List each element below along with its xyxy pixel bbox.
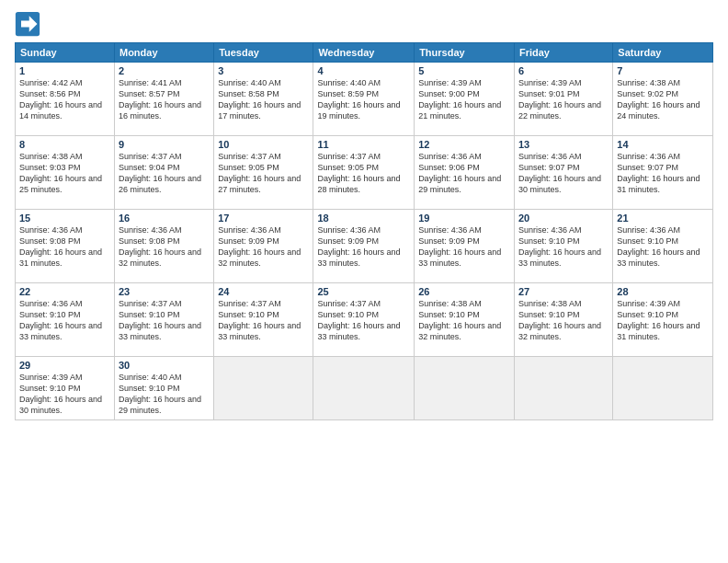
calendar-day-cell — [313, 357, 415, 420]
calendar-day-cell: 7 Sunrise: 4:38 AM Sunset: 9:02 PM Dayli… — [613, 63, 713, 136]
day-number: 1 — [19, 65, 110, 76]
day-detail: Sunrise: 4:42 AM Sunset: 8:56 PM Dayligh… — [19, 77, 110, 122]
calendar-day-cell: 30 Sunrise: 4:40 AM Sunset: 9:10 PM Dayl… — [114, 357, 213, 420]
day-detail: Sunrise: 4:40 AM Sunset: 8:58 PM Dayligh… — [218, 77, 309, 122]
day-detail: Sunrise: 4:37 AM Sunset: 9:10 PM Dayligh… — [218, 298, 309, 343]
calendar-day-cell: 17 Sunrise: 4:36 AM Sunset: 9:09 PM Dayl… — [214, 210, 313, 283]
day-number: 5 — [418, 65, 510, 76]
day-detail: Sunrise: 4:37 AM Sunset: 9:04 PM Dayligh… — [119, 151, 210, 196]
day-detail: Sunrise: 4:36 AM Sunset: 9:10 PM Dayligh… — [617, 224, 709, 270]
calendar-day-cell — [613, 357, 713, 420]
calendar-day-cell: 12 Sunrise: 4:36 AM Sunset: 9:06 PM Dayl… — [415, 136, 515, 210]
calendar-day-header: Sunday — [16, 43, 115, 63]
day-number: 15 — [19, 213, 110, 224]
day-number: 13 — [518, 139, 609, 150]
calendar-day-cell: 27 Sunrise: 4:38 AM Sunset: 9:10 PM Dayl… — [514, 283, 612, 357]
logo — [15, 11, 44, 37]
calendar-week-row: 22 Sunrise: 4:36 AM Sunset: 9:10 PM Dayl… — [16, 283, 713, 357]
day-number: 20 — [518, 213, 609, 224]
calendar-day-cell: 25 Sunrise: 4:37 AM Sunset: 9:10 PM Dayl… — [313, 283, 415, 357]
calendar-day-header: Friday — [514, 43, 612, 63]
day-number: 16 — [119, 213, 210, 224]
day-detail: Sunrise: 4:39 AM Sunset: 9:10 PM Dayligh… — [19, 372, 110, 417]
calendar-day-cell: 6 Sunrise: 4:39 AM Sunset: 9:01 PM Dayli… — [514, 63, 612, 136]
day-detail: Sunrise: 4:40 AM Sunset: 8:59 PM Dayligh… — [317, 77, 410, 122]
calendar-day-cell: 11 Sunrise: 4:37 AM Sunset: 9:05 PM Dayl… — [313, 136, 415, 210]
calendar-day-cell — [514, 357, 612, 420]
calendar-day-cell: 10 Sunrise: 4:37 AM Sunset: 9:05 PM Dayl… — [214, 136, 313, 210]
day-number: 21 — [617, 213, 709, 224]
calendar-day-cell: 20 Sunrise: 4:36 AM Sunset: 9:10 PM Dayl… — [514, 210, 612, 283]
day-detail: Sunrise: 4:36 AM Sunset: 9:07 PM Dayligh… — [617, 151, 709, 196]
logo-icon — [15, 11, 40, 37]
day-number: 11 — [317, 139, 410, 150]
calendar-day-header: Thursday — [415, 43, 515, 63]
day-detail: Sunrise: 4:36 AM Sunset: 9:09 PM Dayligh… — [218, 224, 309, 270]
day-number: 7 — [617, 65, 709, 76]
day-detail: Sunrise: 4:36 AM Sunset: 9:10 PM Dayligh… — [518, 224, 609, 270]
calendar-header-row: SundayMondayTuesdayWednesdayThursdayFrid… — [16, 43, 713, 63]
day-number: 23 — [119, 286, 210, 297]
day-detail: Sunrise: 4:39 AM Sunset: 9:10 PM Dayligh… — [617, 298, 709, 343]
day-detail: Sunrise: 4:41 AM Sunset: 8:57 PM Dayligh… — [119, 77, 210, 122]
day-detail: Sunrise: 4:37 AM Sunset: 9:10 PM Dayligh… — [317, 298, 410, 343]
calendar-day-header: Monday — [114, 43, 213, 63]
calendar-day-cell: 18 Sunrise: 4:36 AM Sunset: 9:09 PM Dayl… — [313, 210, 415, 283]
day-number: 19 — [418, 213, 510, 224]
calendar-day-cell: 14 Sunrise: 4:36 AM Sunset: 9:07 PM Dayl… — [613, 136, 713, 210]
day-detail: Sunrise: 4:36 AM Sunset: 9:10 PM Dayligh… — [19, 298, 110, 343]
day-number: 22 — [19, 286, 110, 297]
calendar-week-row: 15 Sunrise: 4:36 AM Sunset: 9:08 PM Dayl… — [16, 210, 713, 283]
day-detail: Sunrise: 4:36 AM Sunset: 9:08 PM Dayligh… — [119, 224, 210, 270]
calendar-day-cell: 15 Sunrise: 4:36 AM Sunset: 9:08 PM Dayl… — [16, 210, 115, 283]
calendar-day-cell: 13 Sunrise: 4:36 AM Sunset: 9:07 PM Dayl… — [514, 136, 612, 210]
day-detail: Sunrise: 4:38 AM Sunset: 9:03 PM Dayligh… — [19, 151, 110, 196]
calendar-day-cell: 4 Sunrise: 4:40 AM Sunset: 8:59 PM Dayli… — [313, 63, 415, 136]
day-detail: Sunrise: 4:36 AM Sunset: 9:08 PM Dayligh… — [19, 224, 110, 270]
calendar-day-cell: 26 Sunrise: 4:38 AM Sunset: 9:10 PM Dayl… — [415, 283, 515, 357]
calendar-day-cell — [415, 357, 515, 420]
calendar-day-cell: 2 Sunrise: 4:41 AM Sunset: 8:57 PM Dayli… — [114, 63, 213, 136]
calendar-day-header: Saturday — [613, 43, 713, 63]
calendar-day-cell: 8 Sunrise: 4:38 AM Sunset: 9:03 PM Dayli… — [16, 136, 115, 210]
calendar-day-cell: 16 Sunrise: 4:36 AM Sunset: 9:08 PM Dayl… — [114, 210, 213, 283]
day-number: 4 — [317, 65, 410, 76]
day-number: 12 — [418, 139, 510, 150]
calendar-day-cell: 22 Sunrise: 4:36 AM Sunset: 9:10 PM Dayl… — [16, 283, 115, 357]
day-number: 10 — [218, 139, 309, 150]
calendar-day-cell: 23 Sunrise: 4:37 AM Sunset: 9:10 PM Dayl… — [114, 283, 213, 357]
day-detail: Sunrise: 4:36 AM Sunset: 9:07 PM Dayligh… — [518, 151, 609, 196]
calendar-week-row: 8 Sunrise: 4:38 AM Sunset: 9:03 PM Dayli… — [16, 136, 713, 210]
day-number: 27 — [518, 286, 609, 297]
day-number: 9 — [119, 139, 210, 150]
calendar-day-cell: 19 Sunrise: 4:36 AM Sunset: 9:09 PM Dayl… — [415, 210, 515, 283]
day-detail: Sunrise: 4:37 AM Sunset: 9:05 PM Dayligh… — [218, 151, 309, 196]
day-number: 28 — [617, 286, 709, 297]
day-detail: Sunrise: 4:36 AM Sunset: 9:09 PM Dayligh… — [418, 224, 510, 270]
calendar-day-cell: 5 Sunrise: 4:39 AM Sunset: 9:00 PM Dayli… — [415, 63, 515, 136]
day-number: 29 — [19, 360, 110, 371]
calendar-day-cell: 1 Sunrise: 4:42 AM Sunset: 8:56 PM Dayli… — [16, 63, 115, 136]
day-detail: Sunrise: 4:37 AM Sunset: 9:05 PM Dayligh… — [317, 151, 410, 196]
calendar-day-cell: 21 Sunrise: 4:36 AM Sunset: 9:10 PM Dayl… — [613, 210, 713, 283]
day-detail: Sunrise: 4:37 AM Sunset: 9:10 PM Dayligh… — [119, 298, 210, 343]
header — [15, 11, 713, 37]
day-detail: Sunrise: 4:40 AM Sunset: 9:10 PM Dayligh… — [119, 372, 210, 417]
day-number: 17 — [218, 213, 309, 224]
day-detail: Sunrise: 4:36 AM Sunset: 9:06 PM Dayligh… — [418, 151, 510, 196]
day-number: 2 — [119, 65, 210, 76]
day-number: 26 — [418, 286, 510, 297]
day-number: 14 — [617, 139, 709, 150]
calendar-day-cell — [214, 357, 313, 420]
day-detail: Sunrise: 4:39 AM Sunset: 9:01 PM Dayligh… — [518, 77, 609, 122]
calendar-table: SundayMondayTuesdayWednesdayThursdayFrid… — [15, 42, 713, 420]
calendar-week-row: 29 Sunrise: 4:39 AM Sunset: 9:10 PM Dayl… — [16, 357, 713, 420]
day-number: 30 — [119, 360, 210, 371]
day-detail: Sunrise: 4:36 AM Sunset: 9:09 PM Dayligh… — [317, 224, 410, 270]
calendar-day-cell: 9 Sunrise: 4:37 AM Sunset: 9:04 PM Dayli… — [114, 136, 213, 210]
calendar-day-cell: 3 Sunrise: 4:40 AM Sunset: 8:58 PM Dayli… — [214, 63, 313, 136]
day-number: 8 — [19, 139, 110, 150]
day-detail: Sunrise: 4:39 AM Sunset: 9:00 PM Dayligh… — [418, 77, 510, 122]
day-detail: Sunrise: 4:38 AM Sunset: 9:10 PM Dayligh… — [518, 298, 609, 343]
day-detail: Sunrise: 4:38 AM Sunset: 9:02 PM Dayligh… — [617, 77, 709, 122]
